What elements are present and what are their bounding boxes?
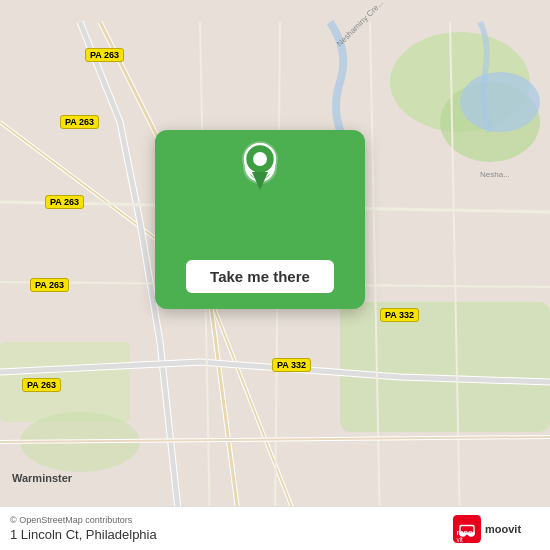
road-label-pa263-4: PA 263 bbox=[30, 278, 69, 292]
moovit-icon: moo vit bbox=[453, 515, 481, 543]
road-label-pa263-2: PA 263 bbox=[60, 115, 99, 129]
moovit-logo: moo vit moovit bbox=[453, 515, 540, 543]
svg-marker-19 bbox=[252, 172, 268, 190]
svg-text:Nesha...: Nesha... bbox=[480, 170, 510, 179]
road-label-pa263-5: PA 263 bbox=[22, 378, 61, 392]
svg-text:Warminster: Warminster bbox=[12, 472, 73, 484]
svg-rect-3 bbox=[340, 302, 550, 432]
map-attribution: © OpenStreetMap contributors bbox=[10, 515, 157, 525]
moovit-text-logo: moovit bbox=[485, 519, 540, 539]
popup-card: Take me there bbox=[155, 130, 365, 309]
bottom-left-info: © OpenStreetMap contributors 1 Lincoln C… bbox=[10, 515, 157, 542]
take-me-there-button[interactable]: Take me there bbox=[186, 260, 334, 293]
svg-point-6 bbox=[460, 72, 540, 132]
location-label: 1 Lincoln Ct, Philadelphia bbox=[10, 527, 157, 542]
svg-rect-4 bbox=[0, 342, 130, 422]
svg-text:vit: vit bbox=[457, 535, 464, 542]
svg-point-17 bbox=[253, 152, 267, 166]
map-container: Neshaminy Cre... Nesha... Warminster PA … bbox=[0, 0, 550, 550]
svg-text:moovit: moovit bbox=[485, 523, 521, 535]
bottom-bar: © OpenStreetMap contributors 1 Lincoln C… bbox=[0, 506, 550, 550]
road-label-pa332-2: PA 332 bbox=[272, 358, 311, 372]
road-label-pa332-1: PA 332 bbox=[380, 308, 419, 322]
road-label-pa263-1: PA 263 bbox=[85, 48, 124, 62]
pin-icon-main bbox=[238, 140, 282, 194]
road-label-pa263-3: PA 263 bbox=[45, 195, 84, 209]
